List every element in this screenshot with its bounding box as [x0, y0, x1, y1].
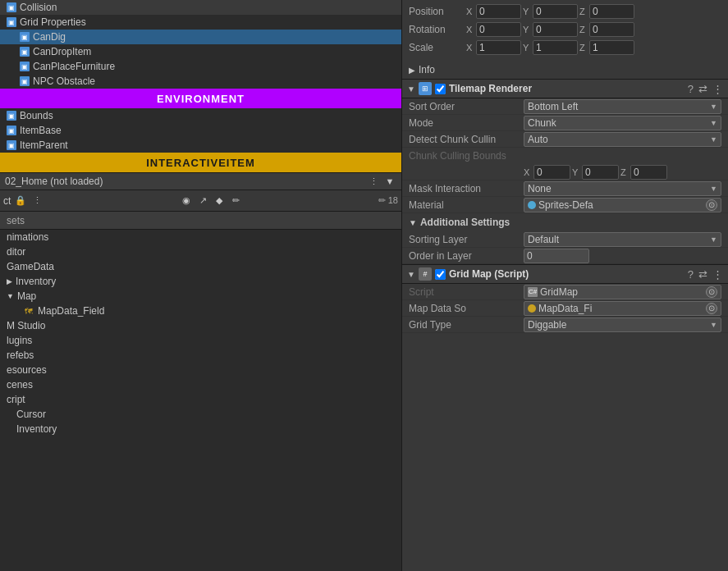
cube-icon: ▣: [20, 47, 30, 57]
mode-dropdown[interactable]: Chunk ▼: [524, 116, 721, 130]
tilemap-settings-icon[interactable]: ⇄: [698, 83, 707, 95]
scale-y-field: Y: [523, 40, 578, 55]
asset-item-inventory[interactable]: ▶ Inventory: [0, 274, 401, 289]
position-y-input[interactable]: [533, 4, 578, 19]
rotation-y-input[interactable]: [533, 22, 578, 37]
asset-item-editor[interactable]: ditor: [0, 244, 401, 259]
scale-y-input[interactable]: [533, 40, 578, 55]
toolbar-label: ct: [3, 195, 11, 207]
tree-item-itemparent[interactable]: ▣ ItemParent: [0, 138, 401, 153]
hierarchy-item-label: ItemBase: [20, 125, 62, 136]
scene-dropdown-icon[interactable]: ▼: [383, 175, 396, 188]
grid-map-question-icon[interactable]: ?: [688, 268, 694, 281]
grid-type-dropdown[interactable]: Diggable ▼: [524, 317, 721, 332]
sorting-layer-dropdown[interactable]: Default ▼: [524, 232, 721, 247]
scale-z-input[interactable]: [589, 40, 634, 55]
toolbar-menu-icon[interactable]: ⋮: [30, 194, 43, 208]
asset-item-mapdata[interactable]: 🗺 MapData_Field: [0, 304, 401, 318]
asset-item-scenes[interactable]: cenes: [0, 377, 401, 392]
grid-type-row: Grid Type Diggable ▼: [402, 317, 728, 333]
rotation-x-input[interactable]: [476, 22, 521, 37]
script-select-icon[interactable]: ⊙: [706, 286, 717, 298]
asset-item-prefabs[interactable]: refebs: [0, 348, 401, 363]
tilemap-enabled-checkbox[interactable]: [435, 84, 446, 94]
hierarchy-section: ▣ Collision ▣ Grid Properties ▣ CanDig ▣…: [0, 0, 401, 172]
tilemap-menu-icon[interactable]: ⋮: [712, 83, 723, 95]
tree-item-canplacefurniture[interactable]: ▣ CanPlaceFurniture: [0, 59, 401, 74]
additional-settings-header[interactable]: ▼ Additional Settings: [402, 213, 728, 231]
asset-label: Inventory: [16, 276, 56, 287]
asset-item-plugins[interactable]: lugins: [0, 333, 401, 348]
asset-item-cursor[interactable]: Cursor: [0, 407, 401, 422]
map-data-select-icon[interactable]: ⊙: [706, 303, 717, 314]
asset-label: nimations: [7, 231, 48, 243]
sort-order-arrow-icon: ▼: [710, 103, 717, 111]
asset-item-inventory2[interactable]: Inventory: [0, 422, 401, 436]
toolbar-btn-search[interactable]: ◉: [180, 194, 193, 208]
scale-x-input[interactable]: [476, 40, 521, 55]
asset-item-resources[interactable]: esources: [0, 363, 401, 377]
asset-label: cenes: [7, 379, 33, 391]
tree-item-itembase[interactable]: ▣ ItemBase: [0, 123, 401, 138]
cube-icon: ▣: [7, 126, 16, 135]
asset-item-map[interactable]: ▼ Map: [0, 289, 401, 304]
asset-item-animations[interactable]: nimations: [0, 230, 401, 244]
hierarchy-item-label: NPC Obstacle: [33, 75, 95, 87]
scene-menu-icon[interactable]: ⋮: [367, 175, 380, 188]
tree-item-candig[interactable]: ▣ CanDig: [0, 30, 401, 44]
position-x-input[interactable]: [476, 4, 521, 19]
mode-label: Mode: [409, 117, 524, 129]
grid-map-header[interactable]: ▼ # Grid Map (Script) ? ⇄ ⋮: [402, 264, 728, 284]
tree-item-bounds[interactable]: ▣ Bounds: [0, 108, 401, 123]
info-row[interactable]: ▶ Info: [402, 61, 728, 79]
tree-item-grid-properties[interactable]: ▣ Grid Properties: [0, 15, 401, 30]
grid-map-settings-icon[interactable]: ⇄: [698, 268, 707, 281]
detect-chunk-row: Detect Chunk Cullin Auto ▼: [402, 131, 728, 148]
additional-settings-arrow-icon: ▼: [409, 218, 417, 227]
assets-header: sets: [0, 212, 401, 230]
order-in-layer-input[interactable]: [524, 249, 589, 263]
chunk-y-input[interactable]: [582, 165, 619, 180]
position-z-input[interactable]: [589, 4, 634, 19]
tree-item-npc-obstacle[interactable]: ▣ NPC Obstacle: [0, 74, 401, 89]
hierarchy-item-label: CanPlaceFurniture: [33, 61, 115, 72]
material-select-icon[interactable]: ⊙: [706, 199, 717, 211]
grid-map-menu-icon[interactable]: ⋮: [712, 268, 723, 281]
mask-interaction-dropdown[interactable]: None ▼: [524, 181, 721, 196]
grid-type-value: Diggable: [528, 319, 566, 331]
chunk-z-input[interactable]: [630, 165, 667, 180]
tree-item-candropitem[interactable]: ▣ CanDropItem: [0, 44, 401, 59]
grid-map-enabled-checkbox[interactable]: [435, 269, 446, 280]
map-icon: 🗺: [23, 305, 34, 317]
toolbar-btn-arrow[interactable]: ↗: [196, 194, 209, 208]
chunk-x-input[interactable]: [533, 165, 570, 180]
tilemap-question-icon[interactable]: ?: [688, 83, 694, 95]
map-data-so-value[interactable]: MapData_Fi ⊙: [524, 301, 721, 316]
asset-item-mstudio[interactable]: M Studio: [0, 318, 401, 333]
asset-label: esources: [7, 364, 47, 376]
y-label: Y: [523, 43, 531, 53]
detect-chunk-dropdown[interactable]: Auto ▼: [524, 132, 721, 147]
toolbar-btn-paint[interactable]: ✏: [229, 194, 242, 208]
material-value[interactable]: Sprites-Defa ⊙: [524, 198, 721, 212]
tilemap-renderer-title: Tilemap Renderer: [449, 83, 688, 94]
toolbar-btn-diamond[interactable]: ◆: [213, 194, 226, 208]
tilemap-renderer-header[interactable]: ▼ ⊞ Tilemap Renderer ? ⇄ ⋮: [402, 79, 728, 98]
grid-map-title: Grid Map (Script): [449, 268, 688, 280]
material-row: Material Sprites-Defa ⊙: [402, 197, 728, 213]
lock-icon[interactable]: 🔒: [14, 194, 27, 208]
cube-icon: ▣: [20, 62, 30, 71]
tree-item-collision[interactable]: ▣ Collision: [0, 0, 401, 15]
hierarchy-item-label: Bounds: [20, 110, 53, 121]
script-value[interactable]: C# GridMap ⊙: [524, 285, 721, 299]
map-data-dot-icon: [528, 304, 536, 313]
asset-item-script[interactable]: cript: [0, 392, 401, 407]
asset-label: cript: [7, 394, 25, 405]
rotation-z-input[interactable]: [589, 22, 634, 37]
rotation-y-field: Y: [523, 22, 578, 37]
asset-item-gamedata[interactable]: GameData: [0, 259, 401, 274]
sort-order-dropdown[interactable]: Bottom Left ▼: [524, 99, 721, 114]
scene-label: 02_Home (not loaded): [5, 176, 362, 187]
x-label: X: [466, 43, 474, 53]
chunk-y-field: Y: [572, 165, 619, 180]
